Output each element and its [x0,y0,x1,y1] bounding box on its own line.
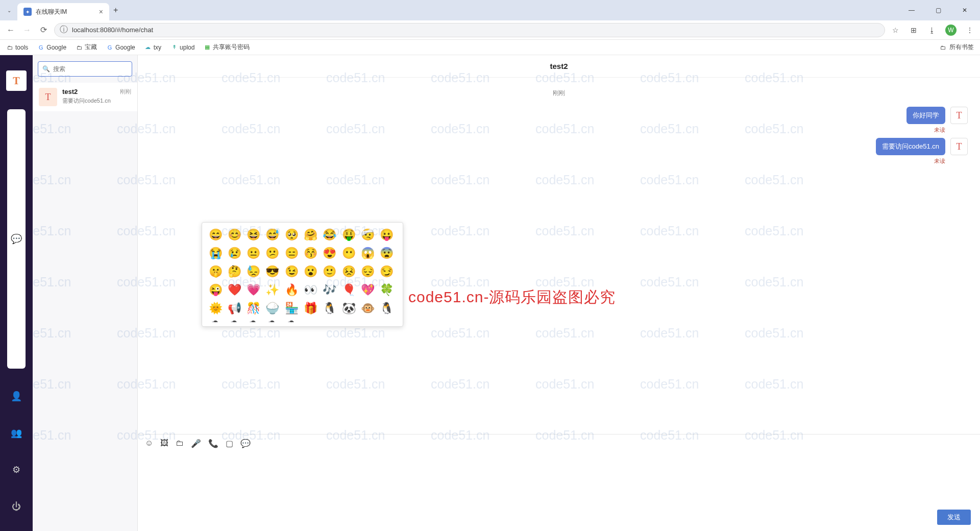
mic-icon[interactable]: 🎤 [191,439,201,448]
emoji-item[interactable]: 💖 [360,283,375,297]
emoji-item[interactable]: 😜 [208,283,223,297]
emoji-item[interactable]: 🤑 [341,228,356,242]
emoji-item[interactable]: 🙂 [323,264,337,279]
emoji-item[interactable]: 😄 [208,228,223,242]
profile-avatar[interactable]: W [945,25,957,36]
bookmark-item[interactable]: ↟uplod [170,44,194,51]
power-icon[interactable]: ⏻ [7,497,26,516]
emoji-item[interactable]: 📢 [227,301,241,316]
emoji-item[interactable]: 😍 [323,246,337,260]
emoji-item[interactable]: 😮 [303,264,317,279]
folder-icon[interactable]: 🗀 [176,439,184,448]
emoji-item[interactable]: 🍀 [380,283,394,297]
message-status: 未读 [934,126,945,134]
group-icon[interactable]: 👥 [7,424,26,442]
emoji-item[interactable]: 😊 [227,228,241,242]
video-icon[interactable]: ▢ [226,439,233,448]
emoji-item[interactable]: 👀 [303,283,317,297]
emoji-item[interactable]: 🤔 [227,264,241,279]
more-icon[interactable]: 💬 [240,439,251,448]
emoji-item[interactable]: 🐧 [284,320,299,322]
emoji-item[interactable]: 🌞 [208,301,223,316]
emoji-item[interactable]: 😚 [303,246,317,260]
emoji-item[interactable]: 🎊 [247,301,261,316]
minimize-icon[interactable]: — [904,3,919,17]
bookmark-item[interactable]: ▦共享账号密码 [204,43,250,52]
emoji-item[interactable]: 🐧 [265,320,280,322]
bookmark-item[interactable]: 🗀tools [6,44,28,51]
tab-dropdown-icon[interactable]: ⌄ [4,5,14,15]
bookmark-item[interactable]: 🗀宝藏 [76,43,97,52]
emoji-item[interactable]: 🥺 [284,228,299,242]
emoji-item[interactable]: 😎 [265,264,280,279]
all-bookmarks[interactable]: 所有书签 [949,43,974,52]
settings-icon[interactable]: ⚙ [7,461,26,479]
emoji-item[interactable]: 😭 [208,246,223,260]
new-tab-button[interactable]: + [113,6,118,15]
call-icon[interactable]: 📞 [208,439,218,448]
emoji-item[interactable]: 🤗 [303,228,317,242]
emoji-item[interactable]: 💗 [247,283,261,297]
emoji-item[interactable]: 🐧 [247,320,261,322]
browser-tab[interactable]: ✦ 在线聊天IM × [17,3,109,20]
chat-icon[interactable]: 💬 [7,109,26,369]
emoji-item[interactable]: 🐧 [380,301,394,316]
emoji-item[interactable]: 🐧 [323,301,337,316]
search-box[interactable]: 🔍 [38,61,132,77]
user-avatar[interactable]: T [6,70,27,91]
close-window-icon[interactable]: ✕ [958,3,972,17]
emoji-item[interactable]: 😐 [247,246,261,260]
back-icon[interactable]: ← [5,26,16,35]
download-icon[interactable]: ⭳ [927,25,937,35]
forward-icon[interactable]: → [21,26,33,35]
emoji-item[interactable]: 🐧 [227,320,241,322]
extension-icon[interactable]: ⊞ [909,25,919,35]
kebab-icon[interactable]: ⋮ [965,25,975,35]
google-icon: G [37,44,44,51]
emoji-item[interactable]: 😔 [360,264,375,279]
emoji-item[interactable]: 😏 [380,264,394,279]
emoji-icon[interactable]: ☺ [145,439,153,448]
emoji-item[interactable]: 🔥 [284,283,299,297]
emoji-item[interactable]: 😛 [380,228,394,242]
emoji-item[interactable]: 😕 [265,246,280,260]
bookmark-item[interactable]: GGoogle [106,44,135,51]
message-input[interactable] [145,456,973,505]
emoji-item[interactable]: 😨 [380,246,394,260]
emoji-item[interactable]: 🤫 [208,264,223,279]
emoji-item[interactable]: 😉 [284,264,299,279]
maximize-icon[interactable]: ▢ [931,3,945,17]
conversation-item[interactable]: T test2 刚刚 需要访问code51.cn [33,83,137,111]
emoji-item[interactable]: 🐧 [208,320,223,322]
bookmark-item[interactable]: ☁txy [144,44,161,51]
emoji-item[interactable]: 🎈 [341,283,356,297]
emoji-item[interactable]: 😅 [265,228,280,242]
emoji-item[interactable]: 🎁 [303,301,317,316]
image-icon[interactable]: 🖼 [160,439,168,448]
emoji-item[interactable]: 😂 [323,228,337,242]
emoji-item[interactable]: 😑 [284,246,299,260]
reload-icon[interactable]: ⟳ [38,25,49,35]
contacts-icon[interactable]: 👤 [7,387,26,405]
close-icon[interactable]: × [99,8,103,16]
emoji-item[interactable]: 🍚 [265,301,280,316]
emoji-item[interactable]: 🎶 [323,283,337,297]
emoji-item[interactable]: 🏪 [284,301,299,316]
emoji-item[interactable]: 😶 [341,246,356,260]
emoji-item[interactable]: 😢 [227,246,241,260]
emoji-item[interactable]: 😱 [360,246,375,260]
send-button[interactable]: 发送 [937,510,971,525]
search-input[interactable] [53,65,130,73]
emoji-item[interactable]: ✨ [265,283,280,297]
emoji-item[interactable]: 🐵 [360,301,375,316]
emoji-item[interactable]: 🐼 [341,301,356,316]
emoji-item[interactable]: 😣 [341,264,356,279]
bookmark-item[interactable]: GGoogle [37,44,66,51]
emoji-item[interactable]: ❤️ [227,283,241,297]
emoji-item[interactable]: 😓 [247,264,261,279]
star-icon[interactable]: ☆ [890,25,900,35]
emoji-item[interactable]: 🤕 [360,228,375,242]
emoji-picker: 😄😊😆😅🥺🤗😂🤑🤕😛😭😢😐😕😑😚😍😶😱😨🤫🤔😓😎😉😮🙂😣😔😏😜❤️💗✨🔥👀🎶🎈💖… [202,222,403,327]
emoji-item[interactable]: 😆 [247,228,261,242]
url-field[interactable]: ⓘ localhost:8080/#/home/chat [54,23,885,37]
